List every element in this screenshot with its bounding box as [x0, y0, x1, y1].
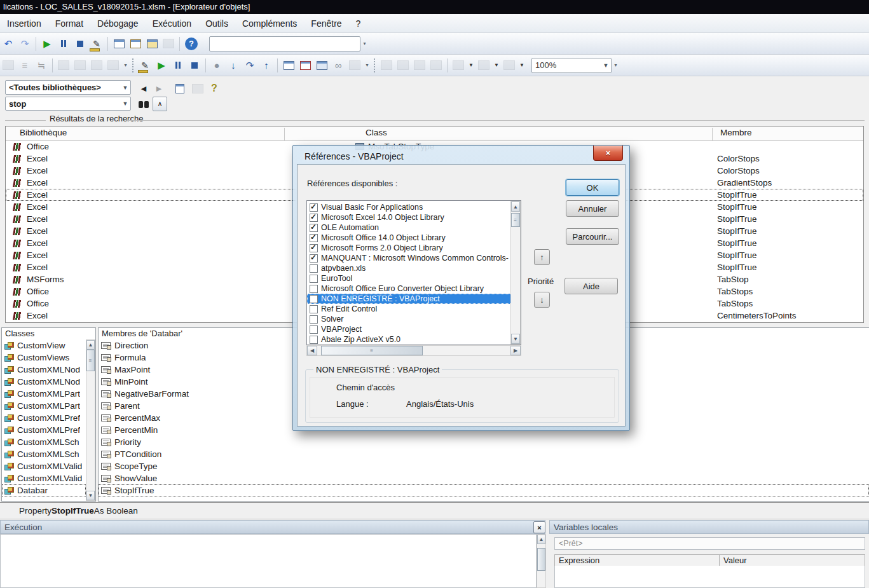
menu-item[interactable]: Outils	[198, 15, 235, 32]
list-item[interactable]: ShowValue	[99, 472, 869, 484]
toolbar-combo[interactable]	[209, 36, 360, 51]
undo-button[interactable]: ↶	[0, 36, 17, 52]
immediate-body[interactable]	[0, 534, 537, 588]
list-item[interactable]: CustomXMLPref	[2, 412, 86, 424]
list-item[interactable]: CustomXMLSch	[2, 436, 86, 448]
align-dropdown[interactable]: ▼	[467, 57, 476, 74]
toolbar-overflow[interactable]: ▾	[363, 58, 371, 73]
column-header-class[interactable]: Class	[366, 128, 387, 137]
priority-down-button[interactable]: ↓	[534, 292, 550, 308]
checkbox[interactable]	[310, 305, 318, 313]
ok-button[interactable]: OK	[566, 179, 619, 196]
center-button[interactable]	[476, 57, 492, 74]
step-over-button[interactable]: ↷	[242, 57, 258, 74]
column-divider[interactable]	[284, 128, 285, 141]
menu-item[interactable]: Compléments	[235, 15, 304, 32]
design-mode-button[interactable]: ✎	[137, 57, 153, 74]
menu-item[interactable]: Insertion	[0, 15, 48, 32]
reference-row[interactable]: Visual Basic For Applications	[307, 202, 521, 212]
reference-row[interactable]: atpvbaen.xls	[307, 263, 521, 273]
zoom-combo[interactable]: 100% ▼	[531, 58, 612, 73]
classes-scrollbar[interactable]: ▲ ≡ ▼	[86, 339, 95, 501]
search-button[interactable]	[135, 97, 152, 112]
list-item[interactable]: CustomXMLNod	[2, 364, 86, 376]
menu-item[interactable]: Exécution	[146, 15, 198, 32]
chevron-down-icon[interactable]: ▼	[601, 62, 611, 69]
references-hscrollbar[interactable]: ◀ ≡ ▶	[306, 345, 521, 356]
checkbox[interactable]	[310, 244, 318, 252]
view-definition-button[interactable]	[189, 81, 206, 95]
reset-button[interactable]	[72, 36, 88, 52]
search-combo[interactable]: stop ▼	[5, 97, 131, 111]
run-button[interactable]: ▶	[153, 57, 170, 74]
checkbox[interactable]	[310, 325, 318, 334]
copy-button[interactable]	[172, 81, 188, 95]
ungroup-button[interactable]	[428, 57, 444, 74]
list-item[interactable]: CustomXMLNod	[2, 376, 86, 388]
align-button[interactable]	[450, 57, 467, 74]
list-constants-icon[interactable]: ≒	[33, 57, 50, 74]
help-button[interactable]: ?	[185, 38, 198, 50]
list-item[interactable]: CustomViews	[2, 352, 86, 364]
pause-button[interactable]	[55, 36, 72, 52]
properties-window-button[interactable]	[127, 36, 144, 52]
step-out-button[interactable]: ↑	[258, 57, 275, 74]
scroll-up-icon[interactable]: ▲	[86, 340, 95, 350]
redo-button[interactable]: ↷	[17, 36, 33, 52]
bring-to-front-button[interactable]	[378, 57, 395, 74]
call-stack-button[interactable]	[346, 57, 363, 74]
chevron-down-icon[interactable]: ▼	[120, 85, 130, 91]
references-vscrollbar[interactable]: ▲ ≡ ▼	[510, 201, 521, 345]
column-header-membre[interactable]: Membre	[720, 128, 752, 137]
detail-member-name[interactable]: StopIfTrue	[51, 506, 94, 516]
make-same-size-dropdown[interactable]: ▼	[517, 57, 526, 74]
object-browser-button[interactable]	[144, 36, 160, 52]
reference-row[interactable]: VBAProject	[307, 324, 521, 334]
browse-button[interactable]: Parcourir...	[566, 228, 619, 245]
toolbox-button[interactable]	[160, 36, 177, 52]
list-item[interactable]: ScopeType	[99, 460, 869, 472]
column-header-bibliotheque[interactable]: Bibliothèque	[20, 128, 67, 137]
list-item[interactable]: CustomXMLPart	[2, 388, 86, 400]
immediate-scrollbar[interactable]: ▲	[537, 534, 546, 588]
toolbar-overflow[interactable]: ▾	[121, 58, 130, 73]
project-explorer-button[interactable]	[111, 36, 127, 52]
send-to-back-button[interactable]	[395, 57, 411, 74]
checkbox[interactable]	[310, 254, 318, 263]
make-same-size-button[interactable]	[501, 57, 517, 74]
list-item[interactable]: CustomView	[2, 339, 86, 352]
menu-item[interactable]: Format	[48, 15, 90, 32]
checkbox[interactable]	[310, 336, 318, 344]
checkbox[interactable]	[310, 203, 318, 212]
menu-item[interactable]: ?	[349, 15, 368, 32]
checkbox[interactable]	[310, 224, 318, 232]
go-forward-button[interactable]: ▶	[151, 81, 167, 95]
reference-row[interactable]: Ref Edit Control	[307, 304, 521, 314]
edit-toolbar-icon-1[interactable]	[0, 57, 17, 74]
reference-row[interactable]: Abale Zip ActiveX v5.0	[307, 334, 521, 345]
locals-body[interactable]	[554, 566, 865, 588]
chevron-down-icon[interactable]: ▼	[120, 100, 130, 107]
column-header-expression[interactable]: Expression	[554, 554, 719, 566]
hide-results-button[interactable]: ∧	[153, 97, 167, 111]
checkbox[interactable]	[310, 285, 318, 293]
toolbar-grip[interactable]	[373, 58, 376, 72]
reference-row[interactable]: Microsoft Excel 14.0 Object Library	[307, 212, 521, 222]
scroll-left-icon[interactable]: ◀	[307, 346, 317, 355]
toolbar-overflow[interactable]: ▾	[612, 58, 620, 73]
checkbox[interactable]	[310, 315, 318, 324]
list-item[interactable]: CustomXMLPref	[2, 424, 86, 436]
reference-row[interactable]: Microsoft Forms 2.0 Object Library	[307, 243, 521, 253]
scroll-thumb[interactable]: ≡	[86, 350, 95, 371]
center-dropdown[interactable]: ▼	[492, 57, 501, 74]
menu-item[interactable]: Débogage	[90, 15, 146, 32]
list-item[interactable]: Priority	[99, 436, 869, 448]
list-item[interactable]: Databar	[2, 484, 86, 496]
library-combo[interactable]: <Toutes bibliothèques> ▼	[5, 80, 131, 95]
column-header-valeur[interactable]: Valeur	[719, 554, 865, 566]
uncomment-block-icon[interactable]	[105, 57, 121, 74]
toolbar-overflow[interactable]: ▾	[360, 36, 369, 51]
reference-row[interactable]: Microsoft Office 14.0 Object Library	[307, 233, 521, 243]
checkbox[interactable]	[310, 234, 318, 242]
scroll-thumb[interactable]	[537, 548, 545, 571]
